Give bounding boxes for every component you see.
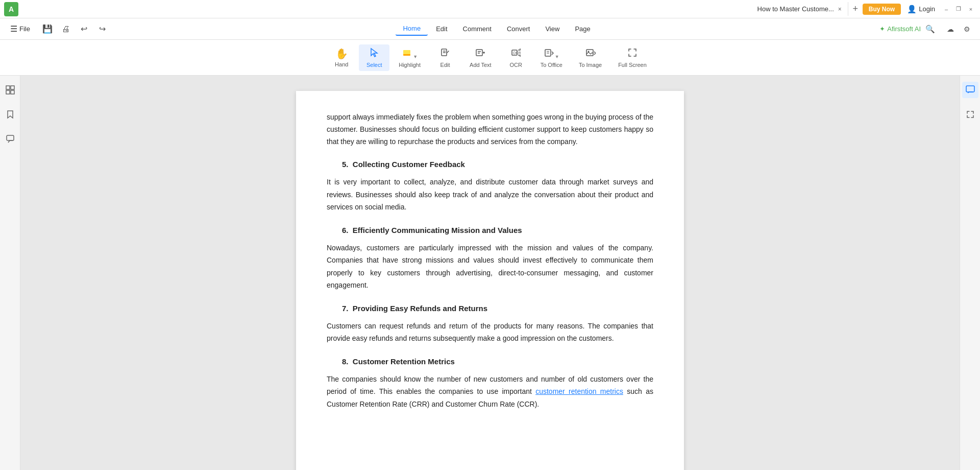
select-tool-button[interactable]: Select — [359, 44, 389, 71]
tab-comment[interactable]: Comment — [456, 22, 499, 35]
buy-now-button[interactable]: Buy Now — [863, 4, 901, 15]
svg-rect-19 — [6, 90, 10, 94]
ai-button[interactable]: ✦ Afirstsoft AI — [879, 25, 921, 33]
to-image-icon — [585, 48, 596, 60]
toolbar: ✋ Hand Select ▼ Highlight — [0, 40, 980, 76]
svg-rect-1 — [403, 54, 410, 56]
to-office-dropdown-icon: ▼ — [555, 54, 559, 59]
customer-retention-link[interactable]: customer retention metrics — [535, 387, 623, 395]
tab-area: A How to Master Custome... × + — [4, 2, 863, 16]
to-image-tool-button[interactable]: To Image — [572, 44, 609, 71]
section-7-title: 7. Providing Easy Refunds and Returns — [342, 304, 653, 313]
section-8: 8. Customer Retention Metrics The compan… — [327, 357, 653, 411]
search-button[interactable]: 🔍 — [923, 22, 937, 36]
menu-quick-actions: 💾 🖨 ↩ ↪ — [40, 22, 110, 36]
section-6: 6. Efficiently Communicating Mission and… — [327, 226, 653, 292]
cloud-icon-button[interactable]: ☁ — [943, 22, 958, 36]
to-office-icon — [544, 48, 554, 60]
sidebar-thumbnail-icon[interactable] — [2, 82, 18, 98]
add-text-tool-button[interactable]: Add Text — [462, 44, 499, 71]
to-office-tool-button[interactable]: ▼ To Office — [533, 44, 570, 71]
section-6-paragraph: Nowadays, customers are particularly imp… — [327, 242, 653, 292]
print-icon-button[interactable]: 🖨 — [59, 22, 73, 36]
highlight-dropdown-icon: ▼ — [413, 54, 418, 59]
highlight-icon — [402, 48, 412, 60]
hand-icon: ✋ — [335, 48, 348, 60]
left-sidebar — [0, 76, 20, 470]
svg-rect-22 — [966, 86, 974, 92]
full-screen-tool-button[interactable]: Full Screen — [611, 44, 654, 71]
save-icon-button[interactable]: 💾 — [40, 22, 55, 36]
minimize-button[interactable]: – — [941, 4, 951, 14]
full-screen-icon — [627, 48, 638, 60]
section-7: 7. Providing Easy Refunds and Returns Cu… — [327, 304, 653, 345]
svg-text:OCR: OCR — [513, 51, 521, 55]
ocr-icon: OCR — [511, 48, 521, 60]
ocr-tool-button[interactable]: OCR OCR — [501, 44, 531, 71]
title-bar: A How to Master Custome... × + Buy Now 👤… — [0, 0, 980, 18]
document-area[interactable]: support always immediately fixes the pro… — [20, 76, 960, 470]
sidebar-bookmark-icon[interactable] — [2, 106, 18, 123]
section-5-paragraph: It is very important to collect, analyze… — [327, 176, 653, 214]
menu-bar: ☰ File 💾 🖨 ↩ ↪ Home Edit Comment Convert… — [0, 18, 980, 40]
undo-icon-button[interactable]: ↩ — [77, 22, 91, 36]
document-page: support always immediately fixes the pro… — [296, 91, 684, 470]
window-controls: Buy Now 👤 Login – ❐ × — [863, 4, 976, 15]
settings-icon-button[interactable]: ⚙ — [960, 22, 974, 36]
close-window-button[interactable]: × — [966, 4, 976, 14]
select-icon — [369, 48, 379, 60]
tab-home[interactable]: Home — [396, 22, 428, 36]
section-5-title: 5. Collecting Customer Feedback — [342, 160, 653, 169]
svg-rect-18 — [11, 86, 14, 89]
ai-star-icon: ✦ — [879, 25, 885, 33]
right-sidebar-chat-icon[interactable] — [962, 82, 978, 98]
section-6-title: 6. Efficiently Communicating Mission and… — [342, 226, 653, 234]
sidebar-comment-icon[interactable] — [2, 131, 18, 147]
svg-rect-5 — [476, 50, 482, 56]
hand-tool-button[interactable]: ✋ Hand — [326, 44, 357, 70]
tab-view[interactable]: View — [538, 22, 567, 35]
menu-tabs: Home Edit Comment Convert View Page — [116, 22, 877, 36]
login-button[interactable]: 👤 Login — [907, 5, 935, 14]
file-menu[interactable]: ☰ File — [6, 22, 34, 36]
add-text-icon — [475, 48, 485, 60]
add-tab-button[interactable]: + — [848, 2, 863, 16]
svg-rect-17 — [6, 86, 10, 89]
restore-button[interactable]: ❐ — [953, 4, 964, 14]
app-logo: A — [4, 2, 18, 16]
svg-rect-20 — [11, 90, 14, 94]
section-5: 5. Collecting Customer Feedback It is ve… — [327, 160, 653, 214]
tab-close-icon[interactable]: × — [838, 6, 842, 13]
right-sidebar — [960, 76, 980, 470]
tab-edit[interactable]: Edit — [429, 22, 454, 35]
right-sidebar-expand-icon[interactable] — [962, 106, 978, 123]
svg-rect-21 — [7, 135, 14, 140]
main-layout: support always immediately fixes the pro… — [0, 76, 980, 470]
edit-icon — [440, 48, 450, 60]
tab-page[interactable]: Page — [568, 22, 597, 35]
section-7-paragraph: Customers can request refunds and return… — [327, 320, 653, 345]
redo-icon-button[interactable]: ↪ — [95, 22, 110, 36]
edit-tool-button[interactable]: Edit — [430, 44, 460, 71]
tab-convert[interactable]: Convert — [500, 22, 537, 35]
tab-title: How to Master Custome... — [757, 5, 834, 13]
intro-paragraph: support always immediately fixes the pro… — [327, 111, 653, 148]
document-tab[interactable]: How to Master Custome... × — [751, 2, 848, 16]
highlight-tool-button[interactable]: ▼ Highlight — [391, 44, 428, 71]
section-8-title: 8. Customer Retention Metrics — [342, 357, 653, 366]
section-8-paragraph: The companies should know the number of … — [327, 373, 653, 411]
